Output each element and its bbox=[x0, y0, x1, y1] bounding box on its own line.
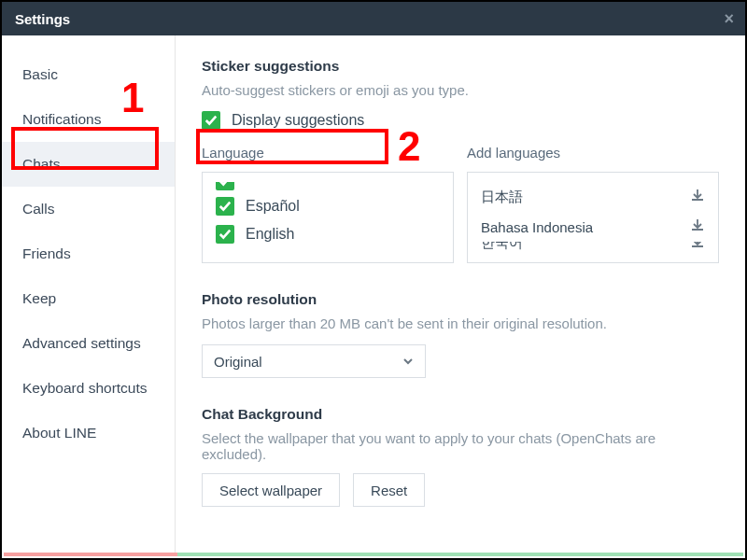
background-heading: Chat Background bbox=[202, 406, 719, 423]
language-item[interactable]: English bbox=[216, 225, 440, 244]
sticker-desc: Auto-suggest stickers or emoji as you ty… bbox=[202, 82, 719, 98]
photo-resolution-select[interactable]: Original bbox=[202, 344, 426, 378]
checkbox-checked-icon[interactable] bbox=[202, 111, 220, 130]
select-value: Original bbox=[214, 354, 262, 370]
sidebar-item-keep[interactable]: Keep bbox=[2, 276, 175, 321]
content-pane: Sticker suggestions Auto-suggest sticker… bbox=[176, 35, 745, 553]
language-columns: Español English 日本語 Bahasa Indonesia bbox=[202, 172, 719, 263]
language-subhead: Language bbox=[202, 145, 454, 161]
reset-button[interactable]: Reset bbox=[353, 473, 425, 507]
photo-desc: Photos larger than 20 MB can't be sent i… bbox=[202, 315, 719, 331]
add-language-item[interactable]: 日本語 bbox=[481, 182, 705, 212]
add-language-item-truncated: 한국어 bbox=[481, 242, 705, 255]
download-icon[interactable] bbox=[690, 188, 705, 206]
checkbox-checked-icon[interactable] bbox=[216, 197, 234, 216]
add-language-label: Bahasa Indonesia bbox=[481, 219, 593, 235]
sidebar-item-notifications[interactable]: Notifications bbox=[2, 97, 175, 142]
add-language-label: 한국어 bbox=[481, 242, 523, 252]
language-label: Español bbox=[246, 198, 300, 215]
sidebar-item-basic[interactable]: Basic bbox=[2, 52, 175, 97]
display-suggestions-row[interactable]: Display suggestions bbox=[202, 111, 719, 130]
photo-heading: Photo resolution bbox=[202, 291, 719, 308]
sidebar-item-label: Friends bbox=[22, 245, 71, 262]
window-title: Settings bbox=[15, 11, 70, 27]
close-icon[interactable]: × bbox=[724, 9, 734, 29]
language-label: English bbox=[246, 226, 294, 243]
titlebar: Settings × bbox=[2, 2, 745, 35]
window-body: Basic Notifications Chats Calls Friends … bbox=[2, 35, 745, 553]
sidebar-item-advanced[interactable]: Advanced settings bbox=[2, 321, 175, 366]
sidebar-item-label: Advanced settings bbox=[22, 335, 141, 352]
sidebar-item-label: Basic bbox=[22, 66, 58, 83]
button-label: Reset bbox=[371, 483, 407, 498]
sidebar-item-about[interactable]: About LINE bbox=[2, 411, 175, 455]
add-language-label: 日本語 bbox=[481, 189, 523, 206]
sidebar-item-label: Keyboard shortcuts bbox=[22, 380, 148, 397]
chevron-down-icon bbox=[402, 354, 414, 370]
checkbox-checked-icon bbox=[216, 182, 234, 190]
bottom-color-bar bbox=[4, 553, 743, 556]
sidebar-item-label: Calls bbox=[22, 201, 54, 217]
display-suggestions-label: Display suggestions bbox=[232, 112, 364, 129]
background-desc: Select the wallpaper that you want to ap… bbox=[202, 430, 719, 462]
background-buttons: Select wallpaper Reset bbox=[202, 473, 719, 507]
sidebar-item-chats[interactable]: Chats bbox=[2, 142, 175, 187]
sidebar-item-shortcuts[interactable]: Keyboard shortcuts bbox=[2, 366, 175, 411]
sidebar-item-calls[interactable]: Calls bbox=[2, 187, 175, 231]
add-languages-subhead: Add languages bbox=[467, 145, 719, 161]
sidebar: Basic Notifications Chats Calls Friends … bbox=[2, 35, 176, 553]
add-language-list[interactable]: 日本語 Bahasa Indonesia 한국어 bbox=[467, 172, 719, 263]
select-wallpaper-button[interactable]: Select wallpaper bbox=[202, 473, 340, 507]
download-icon bbox=[690, 242, 705, 253]
sidebar-item-label: Notifications bbox=[22, 111, 101, 128]
add-language-item[interactable]: Bahasa Indonesia bbox=[481, 212, 705, 242]
checkbox-checked-icon[interactable] bbox=[216, 225, 234, 244]
sidebar-item-label: Chats bbox=[22, 156, 61, 173]
language-list[interactable]: Español English bbox=[202, 172, 454, 263]
sidebar-item-label: Keep bbox=[22, 290, 56, 307]
button-label: Select wallpaper bbox=[219, 483, 322, 498]
sticker-heading: Sticker suggestions bbox=[202, 58, 719, 75]
sidebar-item-friends[interactable]: Friends bbox=[2, 231, 175, 276]
download-icon[interactable] bbox=[690, 217, 705, 236]
sidebar-item-label: About LINE bbox=[22, 425, 96, 441]
settings-window: Settings × Basic Notifications Chats Cal… bbox=[0, 0, 747, 560]
language-item[interactable]: Español bbox=[216, 197, 440, 216]
language-item-truncated bbox=[216, 182, 440, 191]
